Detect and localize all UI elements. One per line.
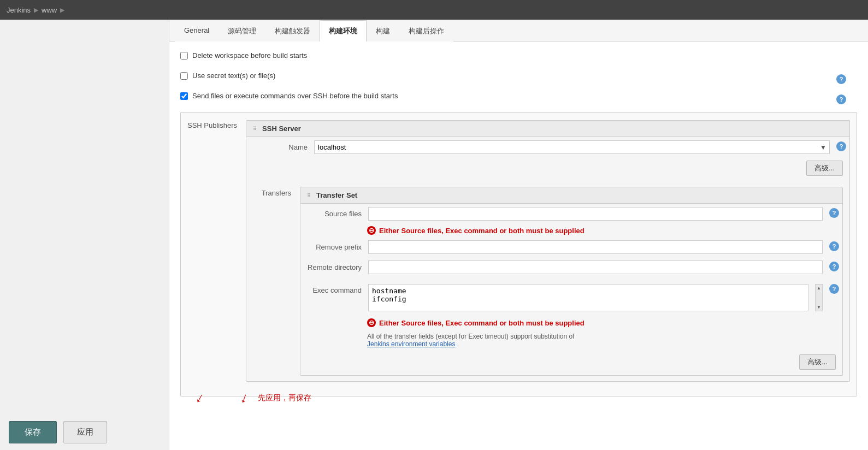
content-area: General 源码管理 构建触发器 构建环境 构建 构建后操作 Delete … xyxy=(169,20,868,450)
jenkins-env-vars-link[interactable]: Jenkins environment variables xyxy=(367,340,455,348)
help-icon-exec[interactable]: ? xyxy=(829,284,839,294)
exec-command-textarea[interactable]: hostname ifconfig xyxy=(368,284,808,311)
textarea-scroll-up-icon[interactable]: ▲ xyxy=(817,286,821,291)
right-help-dir: ? xyxy=(829,260,842,271)
error-text-2: Either Source files, Exec command or bot… xyxy=(379,319,584,327)
ssh-publishers-panel: SSH Publishers ⠿ SSH Server Name xyxy=(180,112,857,396)
help-icon-ssh[interactable]: ? xyxy=(836,94,846,104)
ssh-server-title: SSH Server xyxy=(262,125,301,133)
exec-textarea-wrapper: hostname ifconfig xyxy=(368,284,808,313)
source-files-label: Source files xyxy=(307,210,362,218)
name-row: Name localhost ▼ ? xyxy=(246,137,849,157)
sidebar: 保存 应用 xyxy=(0,20,169,450)
error-msg-1: ⊖ Either Source files, Exec command or b… xyxy=(361,224,842,237)
jenkins-link[interactable]: Jenkins xyxy=(7,6,31,14)
apply-button[interactable]: 应用 xyxy=(63,421,107,443)
delete-workspace-label: Delete workspace before build starts xyxy=(192,51,307,60)
publishers-row: SSH Publishers ⠿ SSH Server Name xyxy=(181,112,857,396)
help-icon-prefix[interactable]: ? xyxy=(829,241,839,251)
exec-command-row: Exec command hostname ifconfig ▲ ▼ xyxy=(300,277,842,316)
name-select-wrapper: localhost ▼ xyxy=(314,140,830,154)
transfer-set-panel: ⠿ Transfer Set Source files xyxy=(300,187,843,376)
transfers-content: ⠿ Transfer Set Source files xyxy=(300,187,843,376)
remove-prefix-label: Remove prefix xyxy=(307,243,362,251)
project-link[interactable]: www xyxy=(42,6,57,14)
transfers-label: Transfers xyxy=(253,187,291,376)
info-text: All of the transfer fields (except for E… xyxy=(361,329,842,351)
error-icon-1: ⊖ xyxy=(367,226,376,235)
help-icon-secret[interactable]: ? xyxy=(836,74,846,84)
remote-dir-inner: Remote directory xyxy=(300,260,829,274)
error-icon-2: ⊖ xyxy=(367,318,376,327)
name-select[interactable]: localhost xyxy=(314,140,830,154)
right-help-prefix: ? xyxy=(829,240,842,251)
info-description: All of the transfer fields (except for E… xyxy=(367,333,575,340)
help-icon-name[interactable]: ? xyxy=(836,141,846,151)
transfer-set-header: ⠿ Transfer Set xyxy=(300,187,842,204)
checkbox-row-2: Use secret text(s) or file(s) xyxy=(180,72,275,80)
right-help-exec: ? xyxy=(829,281,842,294)
help-icon-dir[interactable]: ? xyxy=(829,262,839,271)
checkbox-row-1: Delete workspace before build starts xyxy=(180,51,307,60)
remove-prefix-input[interactable] xyxy=(368,240,823,254)
publishers-label: SSH Publishers xyxy=(187,120,237,388)
right-help-name: ? xyxy=(836,140,849,151)
publishers-content: ⠿ SSH Server Name localhost xyxy=(246,120,850,388)
tab-build[interactable]: 构建 xyxy=(367,20,399,42)
ssh-server-panel: ⠿ SSH Server Name localhost xyxy=(246,120,850,382)
breadcrumb-arrow2: ▶ xyxy=(60,7,64,14)
transfer-set-title: Transfer Set xyxy=(316,191,357,199)
checkbox-section-3: Send files or execute commands over SSH … xyxy=(180,92,857,106)
header-dots: ⠿ xyxy=(253,126,257,132)
transfers-row: Transfers ⠿ Transfer Set xyxy=(246,181,849,381)
tab-env[interactable]: 构建环境 xyxy=(320,20,367,42)
error-msg-2: ⊖ Either Source files, Exec command or b… xyxy=(361,316,842,329)
breadcrumb-arrow: ▶ xyxy=(34,7,38,14)
remove-prefix-row: Remove prefix ? xyxy=(300,237,842,257)
delete-workspace-checkbox[interactable] xyxy=(180,52,188,60)
tab-general[interactable]: General xyxy=(175,20,219,42)
tab-source[interactable]: 源码管理 xyxy=(219,20,265,42)
transfer-dots: ⠿ xyxy=(307,193,311,198)
remote-dir-label: Remote directory xyxy=(307,263,362,271)
tab-content: Delete workspace before build starts Use… xyxy=(169,42,868,406)
source-files-inner: Source files xyxy=(300,207,829,221)
advanced-button-server[interactable]: 高级... xyxy=(806,161,843,176)
checkbox-row-3: Send files or execute commands over SSH … xyxy=(180,92,398,100)
secret-text-label: Use secret text(s) or file(s) xyxy=(192,72,275,80)
error-text-1: Either Source files, Exec command or bot… xyxy=(379,227,584,235)
save-button[interactable]: 保存 xyxy=(9,421,57,443)
checkbox-section-1: Delete workspace before build starts xyxy=(180,51,857,66)
ssh-send-checkbox[interactable] xyxy=(180,92,188,100)
help-icon-source[interactable]: ? xyxy=(829,208,839,218)
topbar: Jenkins ▶ www ▶ xyxy=(0,0,868,20)
source-files-row: Source files ? xyxy=(300,204,842,224)
checkbox-section-2: Use secret text(s) or file(s) ? xyxy=(180,72,857,86)
name-label: Name xyxy=(253,143,308,151)
remove-prefix-inner: Remove prefix xyxy=(300,240,829,254)
remote-dir-input[interactable] xyxy=(368,260,823,274)
secret-text-checkbox[interactable] xyxy=(180,72,188,80)
remote-dir-row: Remote directory ? xyxy=(300,257,842,277)
advanced-button-transfer[interactable]: 高级... xyxy=(799,354,836,370)
tab-post[interactable]: 构建后操作 xyxy=(399,20,453,42)
bottom-bar: 保存 应用 xyxy=(0,415,169,450)
advanced-row-transfer: 高级... xyxy=(300,351,842,375)
exec-command-inner: Exec command hostname ifconfig ▲ ▼ xyxy=(300,281,829,313)
ssh-server-header: ⠿ SSH Server xyxy=(246,121,849,137)
textarea-scroll-down-icon[interactable]: ▼ xyxy=(817,305,821,310)
tab-triggers[interactable]: 构建触发器 xyxy=(265,20,320,42)
tab-bar: General 源码管理 构建触发器 构建环境 构建 构建后操作 xyxy=(169,20,868,42)
right-help-source: ? xyxy=(829,207,842,218)
name-row-inner: Name localhost ▼ xyxy=(246,140,836,154)
main-layout: 保存 应用 General 源码管理 构建触发器 构建环境 构建 构建后操作 D… xyxy=(0,20,868,450)
advanced-row-server: 高级... xyxy=(246,157,849,181)
ssh-send-label: Send files or execute commands over SSH … xyxy=(192,92,398,100)
exec-command-label: Exec command xyxy=(307,284,362,294)
source-files-input[interactable] xyxy=(368,207,823,221)
